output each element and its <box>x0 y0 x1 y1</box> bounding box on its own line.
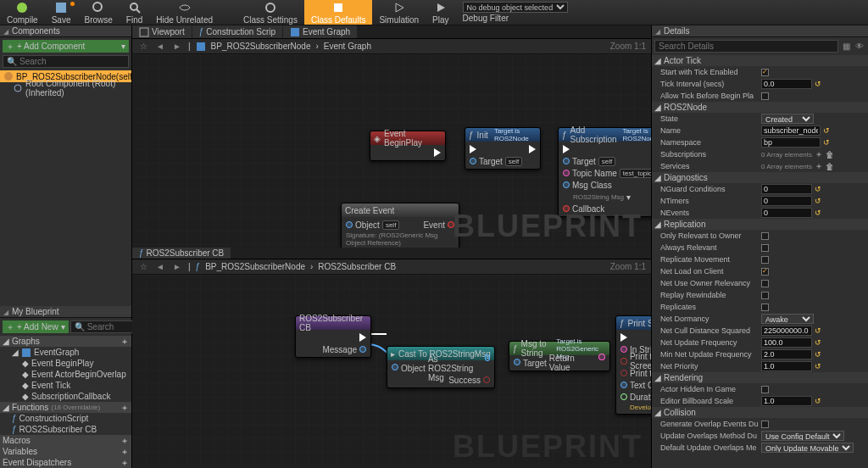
exec-out-pin[interactable] <box>434 148 441 157</box>
instring-pin[interactable] <box>620 346 627 353</box>
reset-button[interactable]: ↺ <box>815 80 821 88</box>
class-settings-button[interactable]: Class Settings <box>236 0 304 25</box>
tick-enabled-check[interactable] <box>761 69 769 76</box>
object-pin[interactable] <box>392 364 398 370</box>
node-create-event[interactable]: Create Event ObjectselfEvent Signature: … <box>341 203 459 248</box>
event-out-pin[interactable] <box>448 221 454 228</box>
play-button[interactable]: Play <box>426 0 455 25</box>
state-select[interactable]: Created <box>761 114 814 124</box>
default-overlaps-select[interactable]: Only Update Movable <box>761 443 854 453</box>
function-graph-canvas[interactable]: ROS2Subscriber CB Message ▸Cast To ROS2S… <box>132 275 651 468</box>
netdorm-select[interactable]: Awake <box>761 314 814 324</box>
message-pin[interactable] <box>359 346 366 353</box>
add-dispatcher-button[interactable]: ＋ <box>120 457 129 469</box>
duration-pin[interactable] <box>620 393 627 400</box>
details-search[interactable] <box>654 40 838 53</box>
section-rendering[interactable]: ◢Rendering <box>652 372 868 383</box>
back-button[interactable]: ◄ <box>154 41 166 53</box>
namespace-input[interactable] <box>761 137 821 148</box>
component-root-row[interactable]: Root Component (Root) (Inherited) <box>0 82 131 94</box>
add-variable-button[interactable]: ＋ <box>120 446 129 458</box>
dispatchers-category[interactable]: Event Dispatchers＋ <box>0 457 131 468</box>
node-print-string[interactable]: ƒPrint String In String Print to Screen … <box>615 315 651 415</box>
section-actortick[interactable]: ◢Actor Tick <box>652 55 868 66</box>
tab-viewport[interactable]: Viewport <box>132 25 192 38</box>
event-item[interactable]: ◆Event BeginPlay <box>0 358 131 369</box>
reset-button[interactable]: ↺ <box>823 126 830 135</box>
function-item[interactable]: ƒROS2Subscriber CB <box>0 424 131 435</box>
section-ros2node[interactable]: ◢ROS2Node <box>652 102 868 113</box>
target-pin[interactable] <box>563 158 570 164</box>
details-matrix-icon[interactable]: ▦ <box>840 40 852 52</box>
tab-eventgraph[interactable]: Event Graph <box>283 25 357 38</box>
section-diagnostics[interactable]: ◢Diagnostics <box>652 172 868 183</box>
add-graph-button[interactable]: ＋ <box>120 336 129 348</box>
exec-out-pin[interactable] <box>359 333 366 342</box>
section-collision[interactable]: ◢Collision <box>652 407 868 418</box>
nguard-input[interactable] <box>761 184 812 194</box>
back-button[interactable]: ◄ <box>154 261 166 273</box>
favorite-button[interactable]: ☆ <box>137 261 149 273</box>
exec-out-pin[interactable] <box>529 145 536 153</box>
function-item[interactable]: ƒConstructionScript <box>0 413 131 424</box>
crumb-graph[interactable]: Event Graph <box>324 42 371 51</box>
variables-category[interactable]: Variables＋ <box>0 446 131 457</box>
target-pin[interactable] <box>514 359 520 365</box>
node-add-subscription[interactable]: ƒAdd SubscriptionTarget is ROS2Node Targ… <box>558 127 651 217</box>
plog-pin[interactable] <box>620 370 627 376</box>
pscreen-pin[interactable] <box>620 358 627 365</box>
favorite-button[interactable]: ☆ <box>137 41 149 53</box>
topic-pin[interactable] <box>563 170 570 176</box>
event-item[interactable]: ◆SubscriptionCallback <box>0 391 131 402</box>
success-pin[interactable] <box>483 376 490 383</box>
hide-unrelated-button[interactable]: Hide Unrelated <box>149 0 220 25</box>
section-replication[interactable]: ◢Replication <box>652 219 868 230</box>
tick-before-check[interactable] <box>761 92 769 100</box>
add-element-button[interactable]: ＋ <box>815 148 823 160</box>
callback-pin[interactable] <box>563 205 570 212</box>
event-item[interactable]: ◆Event Tick <box>0 380 131 391</box>
forward-button[interactable]: ► <box>171 41 183 53</box>
crumb-bp[interactable]: BP_ROS2SubscriberNode <box>211 42 311 51</box>
eventgraph-item[interactable]: ◢EventGraph <box>0 347 131 358</box>
node-cast[interactable]: ▸Cast To ROS2StringMsg ObjectAs ROS2Stri… <box>387 346 495 388</box>
update-overlaps-select[interactable]: Use Config Default <box>761 431 844 441</box>
reset-button[interactable]: ↺ <box>823 138 830 147</box>
name-input[interactable] <box>761 125 821 136</box>
node-msg-to-string[interactable]: ƒMsg to StringTarget is ROS2Generic Msg … <box>509 341 610 371</box>
crumb-graph[interactable]: ROS2Subscriber CB <box>318 262 396 271</box>
macros-category[interactable]: Macros＋ <box>0 435 131 446</box>
add-element-button[interactable]: ＋ <box>815 160 823 172</box>
tab-construction[interactable]: ƒConstruction Scrip <box>192 25 282 38</box>
details-eye-icon[interactable]: 👁 <box>854 40 865 52</box>
class-defaults-button[interactable]: Class Defaults <box>304 0 372 25</box>
browse-button[interactable]: Browse <box>77 0 119 25</box>
object-pin[interactable] <box>346 221 353 228</box>
add-new-button[interactable]: ＋+ Add New▾ <box>3 320 69 333</box>
add-macro-button[interactable]: ＋ <box>120 435 129 447</box>
graphs-category[interactable]: ◢Graphs＋ <box>0 336 131 347</box>
color-pin[interactable] <box>620 382 627 388</box>
add-component-button[interactable]: ＋+ Add Component▾ <box>3 40 129 53</box>
forward-button[interactable]: ► <box>171 261 183 273</box>
target-pin[interactable] <box>470 158 476 164</box>
simulation-button[interactable]: Simulation <box>372 0 426 25</box>
tick-interval-input[interactable] <box>761 79 812 89</box>
save-button[interactable]: Save <box>45 0 78 25</box>
nevents-input[interactable] <box>761 208 812 218</box>
compile-button[interactable]: Compile <box>0 0 45 25</box>
event-item[interactable]: ◆Event ActorBeginOverlap <box>0 369 131 380</box>
find-button[interactable]: Find <box>120 0 149 25</box>
add-function-button[interactable]: ＋ <box>120 402 129 414</box>
msgclass-pin[interactable] <box>563 181 570 188</box>
return-pin[interactable] <box>598 354 605 360</box>
functions-category[interactable]: ◢Functions (18 Overridable)＋ <box>0 402 131 413</box>
tab-ros2subscriber[interactable]: ƒROS2Subscriber CB <box>132 248 231 259</box>
crumb-bp[interactable]: BP_ROS2SubscriberNode <box>205 262 305 271</box>
ntimers-input[interactable] <box>761 196 812 206</box>
clear-button[interactable]: 🗑 <box>826 150 834 159</box>
node-event-beginplay[interactable]: ◈Event BeginPlay <box>370 131 446 161</box>
exec-in-pin[interactable] <box>620 333 627 342</box>
exec-in-pin[interactable] <box>470 145 476 153</box>
node-function-entry[interactable]: ROS2Subscriber CB Message <box>295 315 371 358</box>
